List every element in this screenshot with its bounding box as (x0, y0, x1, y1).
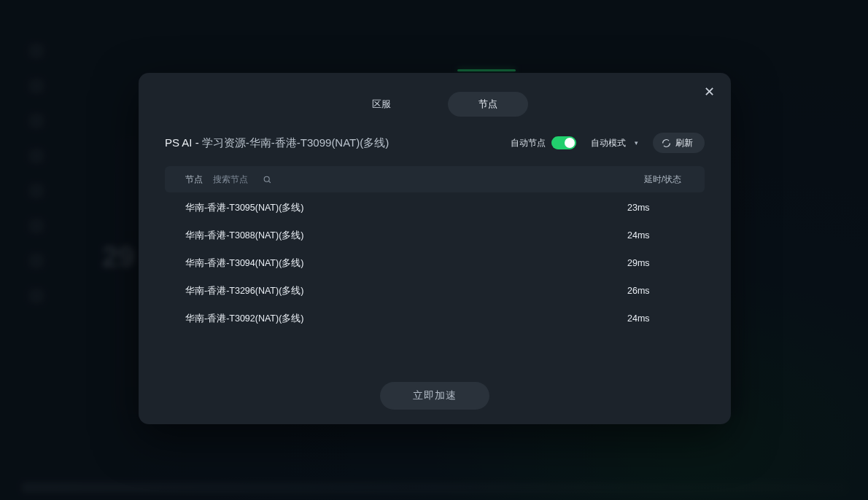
auto-node-toggle[interactable] (551, 136, 576, 149)
auto-node-label: 自动节点 (511, 137, 546, 149)
node-name: 华南-香港-T3092(NAT)(多线) (185, 313, 627, 325)
tab-node[interactable]: 节点 (448, 92, 528, 117)
node-latency: 23ms (627, 203, 680, 213)
header-controls: 自动节点 自动模式 ▾ 刷新 (511, 133, 705, 153)
mode-label: 自动模式 (591, 137, 626, 149)
table-body[interactable]: 华南-香港-T3095(NAT)(多线)23ms华南-香港-T3088(NAT)… (165, 194, 705, 372)
auto-node-control: 自动节点 (511, 136, 576, 149)
node-name: 华南-香港-T3296(NAT)(多线) (185, 285, 627, 297)
node-name: 华南-香港-T3095(NAT)(多线) (185, 202, 627, 214)
mode-dropdown[interactable]: 自动模式 ▾ (591, 137, 638, 149)
node-latency: 29ms (627, 258, 680, 268)
refresh-button[interactable]: 刷新 (653, 133, 705, 153)
tab-bar: 区服 节点 (139, 73, 731, 117)
col-node-label: 节点 (185, 173, 203, 186)
node-latency: 26ms (627, 286, 680, 296)
close-icon: ✕ (704, 84, 715, 100)
node-name: 华南-香港-T3094(NAT)(多线) (185, 257, 627, 270)
svg-point-0 (264, 176, 269, 181)
node-name: 华南-香港-T3088(NAT)(多线) (185, 230, 627, 242)
table-row[interactable]: 华南-香港-T3296(NAT)(多线)26ms (165, 277, 700, 305)
chevron-down-icon: ▾ (635, 139, 638, 147)
page-title: PS AI - 学习资源-华南-香港-T3099(NAT)(多线) (165, 136, 389, 150)
table-row[interactable]: 华南-香港-T3095(NAT)(多线)23ms (165, 194, 700, 222)
toggle-knob (565, 138, 575, 148)
modal-footer: 立即加速 (139, 372, 731, 424)
search-icon (263, 175, 272, 184)
title-path: 学习资源-华南-香港-T3099(NAT)(多线) (202, 136, 389, 149)
svg-line-1 (268, 181, 271, 183)
close-button[interactable]: ✕ (700, 83, 718, 101)
node-table: 节点 延时/状态 华南-香港-T3095(NAT)(多线)23ms华南-香港-T… (165, 166, 705, 372)
modal-header: PS AI - 学习资源-华南-香港-T3099(NAT)(多线) 自动节点 自… (139, 117, 731, 162)
node-latency: 24ms (627, 313, 680, 324)
table-row[interactable]: 华南-香港-T3092(NAT)(多线)24ms (165, 305, 700, 332)
node-latency: 24ms (627, 230, 680, 241)
search-input[interactable] (213, 174, 257, 184)
table-head: 节点 延时/状态 (165, 166, 705, 192)
refresh-label: 刷新 (675, 137, 693, 149)
refresh-icon (662, 138, 671, 148)
node-selector-modal: ✕ 区服 节点 PS AI - 学习资源-华南-香港-T3099(NAT)(多线… (139, 73, 731, 424)
table-row[interactable]: 华南-香港-T3094(NAT)(多线)29ms (165, 249, 700, 277)
table-row[interactable]: 华南-香港-T3088(NAT)(多线)24ms (165, 222, 700, 249)
accelerate-button[interactable]: 立即加速 (380, 382, 489, 410)
node-search (213, 174, 272, 184)
tab-zone[interactable]: 区服 (341, 92, 422, 117)
title-prefix: PS AI - (165, 136, 202, 149)
col-latency-label: 延时/状态 (644, 173, 684, 186)
